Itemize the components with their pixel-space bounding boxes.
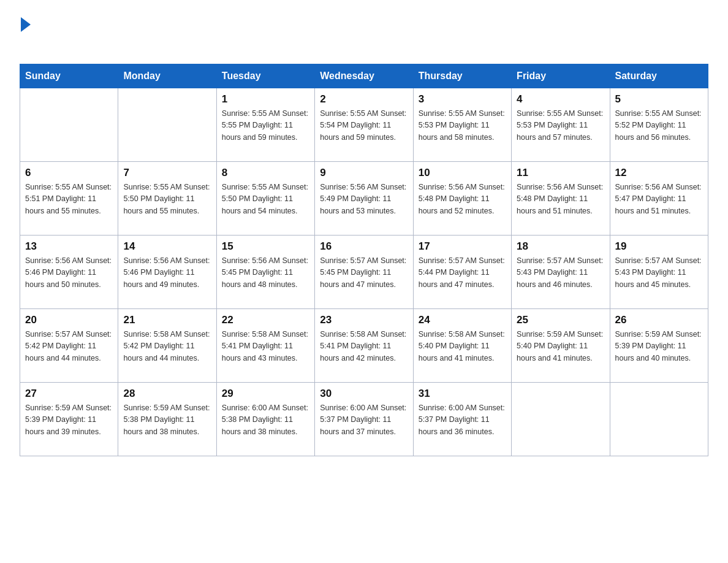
- calendar-cell: 16Sunrise: 5:57 AM Sunset: 5:45 PM Dayli…: [315, 236, 413, 309]
- day-info: Sunrise: 5:56 AM Sunset: 5:47 PM Dayligh…: [615, 182, 703, 217]
- day-number: 14: [123, 240, 211, 253]
- calendar-cell: 26Sunrise: 5:59 AM Sunset: 5:39 PM Dayli…: [610, 309, 708, 383]
- calendar-cell: 23Sunrise: 5:58 AM Sunset: 5:41 PM Dayli…: [315, 309, 413, 383]
- day-info: Sunrise: 5:56 AM Sunset: 5:46 PM Dayligh…: [123, 255, 211, 291]
- day-info: Sunrise: 5:58 AM Sunset: 5:41 PM Dayligh…: [320, 329, 408, 364]
- calendar-cell: 13Sunrise: 5:56 AM Sunset: 5:46 PM Dayli…: [20, 236, 118, 309]
- day-number: 8: [222, 167, 309, 179]
- day-number: 19: [615, 240, 703, 253]
- calendar-cell: 17Sunrise: 5:57 AM Sunset: 5:44 PM Dayli…: [413, 236, 511, 309]
- day-info: Sunrise: 5:59 AM Sunset: 5:39 PM Dayligh…: [25, 402, 113, 438]
- page-header: [20, 15, 708, 53]
- calendar-cell: 31Sunrise: 6:00 AM Sunset: 5:37 PM Dayli…: [413, 383, 511, 456]
- calendar-week-row: 6Sunrise: 5:55 AM Sunset: 5:51 PM Daylig…: [20, 162, 708, 236]
- weekday-header-wednesday: Wednesday: [315, 64, 413, 88]
- day-info: Sunrise: 5:55 AM Sunset: 5:50 PM Dayligh…: [123, 182, 211, 217]
- day-number: 29: [222, 388, 309, 400]
- day-info: Sunrise: 5:55 AM Sunset: 5:54 PM Dayligh…: [320, 108, 408, 144]
- day-number: 6: [25, 167, 113, 179]
- day-info: Sunrise: 5:56 AM Sunset: 5:48 PM Dayligh…: [517, 182, 604, 217]
- day-info: Sunrise: 6:00 AM Sunset: 5:37 PM Dayligh…: [419, 402, 506, 438]
- day-number: 24: [419, 314, 506, 326]
- day-info: Sunrise: 5:58 AM Sunset: 5:41 PM Dayligh…: [222, 329, 309, 364]
- calendar-cell: 9Sunrise: 5:56 AM Sunset: 5:49 PM Daylig…: [315, 162, 413, 236]
- day-info: Sunrise: 5:57 AM Sunset: 5:43 PM Dayligh…: [517, 255, 604, 291]
- day-info: Sunrise: 5:55 AM Sunset: 5:53 PM Dayligh…: [419, 108, 506, 144]
- calendar-cell: 14Sunrise: 5:56 AM Sunset: 5:46 PM Dayli…: [118, 236, 216, 309]
- calendar-cell: 22Sunrise: 5:58 AM Sunset: 5:41 PM Dayli…: [216, 309, 314, 383]
- day-number: 5: [615, 93, 703, 105]
- day-number: 21: [123, 314, 211, 326]
- day-info: Sunrise: 5:56 AM Sunset: 5:48 PM Dayligh…: [419, 182, 506, 217]
- calendar-cell: 29Sunrise: 6:00 AM Sunset: 5:38 PM Dayli…: [216, 383, 314, 456]
- day-info: Sunrise: 5:56 AM Sunset: 5:49 PM Dayligh…: [320, 182, 408, 217]
- day-info: Sunrise: 5:59 AM Sunset: 5:39 PM Dayligh…: [615, 329, 703, 364]
- day-number: 16: [320, 240, 408, 253]
- day-number: 27: [25, 388, 113, 400]
- day-info: Sunrise: 5:59 AM Sunset: 5:40 PM Dayligh…: [517, 329, 604, 364]
- weekday-header-sunday: Sunday: [20, 64, 118, 88]
- day-info: Sunrise: 5:55 AM Sunset: 5:52 PM Dayligh…: [615, 108, 703, 144]
- calendar-cell: 11Sunrise: 5:56 AM Sunset: 5:48 PM Dayli…: [512, 162, 610, 236]
- calendar-table: SundayMondayTuesdayWednesdayThursdayFrid…: [20, 64, 708, 456]
- day-info: Sunrise: 6:00 AM Sunset: 5:37 PM Dayligh…: [320, 402, 408, 438]
- day-info: Sunrise: 5:58 AM Sunset: 5:40 PM Dayligh…: [419, 329, 506, 364]
- calendar-cell: 18Sunrise: 5:57 AM Sunset: 5:43 PM Dayli…: [512, 236, 610, 309]
- day-number: 13: [25, 240, 113, 253]
- weekday-header-monday: Monday: [118, 64, 216, 88]
- weekday-header-thursday: Thursday: [413, 64, 511, 88]
- day-info: Sunrise: 5:57 AM Sunset: 5:42 PM Dayligh…: [25, 329, 113, 364]
- day-info: Sunrise: 5:55 AM Sunset: 5:53 PM Dayligh…: [517, 108, 604, 144]
- calendar-cell: 7Sunrise: 5:55 AM Sunset: 5:50 PM Daylig…: [118, 162, 216, 236]
- day-number: 18: [517, 240, 604, 253]
- calendar-cell: 5Sunrise: 5:55 AM Sunset: 5:52 PM Daylig…: [610, 88, 708, 162]
- day-number: 7: [123, 167, 211, 179]
- calendar-week-row: 13Sunrise: 5:56 AM Sunset: 5:46 PM Dayli…: [20, 236, 708, 309]
- day-number: 26: [615, 314, 703, 326]
- day-info: Sunrise: 5:56 AM Sunset: 5:46 PM Dayligh…: [25, 255, 113, 291]
- day-number: 28: [123, 388, 211, 400]
- day-number: 15: [222, 240, 309, 253]
- day-info: Sunrise: 5:57 AM Sunset: 5:44 PM Dayligh…: [419, 255, 506, 291]
- day-number: 11: [517, 167, 604, 179]
- day-info: Sunrise: 5:55 AM Sunset: 5:51 PM Dayligh…: [25, 182, 113, 217]
- calendar-cell: 21Sunrise: 5:58 AM Sunset: 5:42 PM Dayli…: [118, 309, 216, 383]
- calendar-cell: 27Sunrise: 5:59 AM Sunset: 5:39 PM Dayli…: [20, 383, 118, 456]
- day-number: 17: [419, 240, 506, 253]
- day-number: 23: [320, 314, 408, 326]
- calendar-week-row: 27Sunrise: 5:59 AM Sunset: 5:39 PM Dayli…: [20, 383, 708, 456]
- calendar-cell: [20, 88, 118, 162]
- day-number: 30: [320, 388, 408, 400]
- calendar-cell: 8Sunrise: 5:55 AM Sunset: 5:50 PM Daylig…: [216, 162, 314, 236]
- day-info: Sunrise: 5:59 AM Sunset: 5:38 PM Dayligh…: [123, 402, 211, 438]
- calendar-cell: 12Sunrise: 5:56 AM Sunset: 5:47 PM Dayli…: [610, 162, 708, 236]
- day-info: Sunrise: 5:57 AM Sunset: 5:45 PM Dayligh…: [320, 255, 408, 291]
- calendar-cell: 10Sunrise: 5:56 AM Sunset: 5:48 PM Dayli…: [413, 162, 511, 236]
- calendar-week-row: 1Sunrise: 5:55 AM Sunset: 5:55 PM Daylig…: [20, 88, 708, 162]
- day-info: Sunrise: 5:57 AM Sunset: 5:43 PM Dayligh…: [615, 255, 703, 291]
- day-info: Sunrise: 5:58 AM Sunset: 5:42 PM Dayligh…: [123, 329, 211, 364]
- day-info: Sunrise: 6:00 AM Sunset: 5:38 PM Dayligh…: [222, 402, 309, 438]
- calendar-cell: 20Sunrise: 5:57 AM Sunset: 5:42 PM Dayli…: [20, 309, 118, 383]
- day-info: Sunrise: 5:56 AM Sunset: 5:45 PM Dayligh…: [222, 255, 309, 291]
- weekday-header-row: SundayMondayTuesdayWednesdayThursdayFrid…: [20, 64, 708, 88]
- day-info: Sunrise: 5:55 AM Sunset: 5:50 PM Dayligh…: [222, 182, 309, 217]
- day-number: 3: [419, 93, 506, 105]
- day-number: 25: [517, 314, 604, 326]
- calendar-cell: 15Sunrise: 5:56 AM Sunset: 5:45 PM Dayli…: [216, 236, 314, 309]
- calendar-cell: 1Sunrise: 5:55 AM Sunset: 5:55 PM Daylig…: [216, 88, 314, 162]
- logo-arrow-icon: [21, 17, 31, 32]
- calendar-cell: 3Sunrise: 5:55 AM Sunset: 5:53 PM Daylig…: [413, 88, 511, 162]
- weekday-header-tuesday: Tuesday: [216, 64, 314, 88]
- calendar-cell: 30Sunrise: 6:00 AM Sunset: 5:37 PM Dayli…: [315, 383, 413, 456]
- weekday-header-saturday: Saturday: [610, 64, 708, 88]
- day-number: 9: [320, 167, 408, 179]
- day-number: 22: [222, 314, 309, 326]
- day-number: 4: [517, 93, 604, 105]
- calendar-cell: 24Sunrise: 5:58 AM Sunset: 5:40 PM Dayli…: [413, 309, 511, 383]
- calendar-cell: 2Sunrise: 5:55 AM Sunset: 5:54 PM Daylig…: [315, 88, 413, 162]
- calendar-cell: 28Sunrise: 5:59 AM Sunset: 5:38 PM Dayli…: [118, 383, 216, 456]
- day-number: 1: [222, 93, 309, 105]
- calendar-cell: 25Sunrise: 5:59 AM Sunset: 5:40 PM Dayli…: [512, 309, 610, 383]
- calendar-cell: [610, 383, 708, 456]
